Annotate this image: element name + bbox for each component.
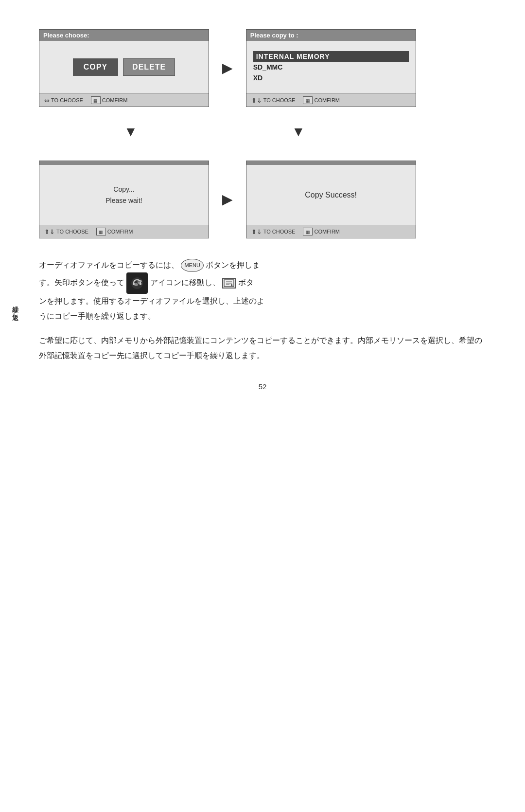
footer-wait-confirm-label: COMFIRM — [107, 229, 133, 235]
screen-success-footer: ⇑⇓ TO CHOOSE ▦ COMFIRM — [246, 225, 416, 238]
screen-choose-footer: ⇔ TO CHOOSE ▦ COMFIRM — [39, 93, 209, 107]
confirm2-icon: ▦ — [303, 96, 313, 104]
arrow-down-right: ▼ — [292, 124, 305, 140]
confirm3-icon: ▦ — [96, 228, 106, 235]
screen-copy-to-footer: ⇑⇓ TO CHOOSE ▦ COMFIRM — [246, 93, 416, 107]
footer-ud-icon: ⇑⇓ TO CHOOSE — [251, 97, 296, 104]
wait-text: Copy... Please wait! — [105, 184, 142, 206]
delete-button[interactable]: DELETE — [123, 58, 175, 76]
arrow-down-left: ▼ — [124, 124, 138, 140]
footer-confirm2-label: COMFIRM — [314, 97, 340, 103]
screen-choose: Please choose: COPY DELETE ⇔ TO CHOOSE ▦… — [39, 29, 209, 107]
svg-rect-7 — [140, 283, 141, 285]
copy-to-item-internal: INTERNAL MEMORY — [253, 51, 409, 62]
japanese-section: オーディオファイルをコピーするには、 MENU ボタンを押しま す。矢印ボタンを… — [39, 258, 486, 363]
screen-success: Copy Success! ⇑⇓ TO CHOOSE ▦ COMFIRM — [246, 161, 416, 238]
para1-part1: オーディオファイルをコピーするには、 — [39, 261, 179, 269]
japanese-para2: ご希望に応じて、内部メモリから外部記憶装置にコンテンツをコピーすることができます… — [39, 333, 486, 363]
footer-success-confirm-label: COMFIRM — [314, 229, 340, 235]
menu-icon: MENU — [181, 259, 203, 272]
screen-success-header — [246, 161, 416, 165]
footer-success-label: TO CHOOSE — [263, 229, 296, 235]
success-text: Copy Success! — [305, 189, 357, 201]
screen-copy-to: Please copy to : INTERNAL MEMORY SD_MMC … — [246, 29, 416, 107]
connector-area: ▼ ▼ — [39, 122, 403, 146]
copy-to-list: INTERNAL MEMORY SD_MMC XD — [253, 51, 409, 83]
screen-wait-header — [39, 161, 209, 165]
copy-to-item-sd: SD_MMC — [253, 62, 409, 72]
success-line1: Copy Success! — [305, 189, 357, 201]
footer-choose-icon: ⇔ TO CHOOSE — [44, 97, 83, 104]
footer-confirm-label: COMFIRM — [102, 97, 128, 103]
screen-success-content: Copy Success! — [246, 165, 416, 225]
screen-copy-to-header: Please copy to : — [246, 30, 416, 41]
arrow-right-top: ► — [219, 58, 236, 78]
svg-rect-6 — [133, 283, 135, 285]
para1-part3: す。矢印ボタンを使って — [39, 279, 124, 287]
ud-arrows2-icon: ⇑⇓ — [44, 228, 55, 235]
diagram-row-top: Please choose: COPY DELETE ⇔ TO CHOOSE ▦… — [39, 29, 486, 107]
footer-success-choose: ⇑⇓ TO CHOOSE — [251, 228, 296, 235]
footer-confirm-icon: ▦ COMFIRM — [91, 96, 128, 104]
sidebar-label: 繰り返し — [11, 302, 19, 316]
confirm-icon: ▦ — [91, 96, 101, 104]
menu-button-icon: MENU — [181, 259, 203, 272]
japanese-para1: オーディオファイルをコピーするには、 MENU ボタンを押しま す。矢印ボタンを… — [39, 258, 486, 324]
page-number: 52 — [39, 382, 486, 391]
copy-to-item-xd: XD — [253, 72, 409, 83]
lr-arrows-icon: ⇔ — [44, 97, 50, 104]
confirm-btn-icon — [222, 278, 236, 289]
screen-wait-content: Copy... Please wait! — [39, 165, 209, 225]
footer-choose-label: TO CHOOSE — [51, 97, 83, 103]
footer-wait-label: TO CHOOSE — [56, 229, 88, 235]
footer-wait-choose: ⇑⇓ TO CHOOSE — [44, 228, 88, 235]
wait-line1: Copy... — [105, 184, 142, 195]
footer-success-confirm: ▦ COMFIRM — [303, 228, 340, 235]
screen-wait: Copy... Please wait! ⇑⇓ TO CHOOSE ▦ COMF… — [39, 161, 209, 238]
screen-choose-content: COPY DELETE — [39, 41, 209, 93]
svg-point-1 — [134, 283, 138, 286]
arrow-right-bottom: ► — [219, 189, 236, 210]
footer-ud-label: TO CHOOSE — [263, 97, 296, 103]
diagrams-area: Please choose: COPY DELETE ⇔ TO CHOOSE ▦… — [39, 29, 486, 238]
para1-part2: ボタンを押しま — [206, 261, 260, 269]
screen-choose-header: Please choose: — [39, 30, 209, 41]
diagram-row-bottom: Copy... Please wait! ⇑⇓ TO CHOOSE ▦ COMF… — [39, 161, 486, 238]
para1-part5: ボタ — [238, 279, 254, 287]
screen-copy-to-content: INTERNAL MEMORY SD_MMC XD — [246, 41, 416, 93]
music-icon — [126, 272, 148, 294]
ud-arrows3-icon: ⇑⇓ — [251, 228, 262, 235]
para1-part7: うにコピー手順を繰り返します。 — [39, 312, 156, 320]
para1-part4: アイコンに移動し、 — [150, 279, 220, 287]
screen-wait-footer: ⇑⇓ TO CHOOSE ▦ COMFIRM — [39, 225, 209, 238]
confirm4-icon: ▦ — [303, 228, 313, 235]
choose-buttons: COPY DELETE — [73, 58, 175, 76]
copy-button[interactable]: COPY — [73, 58, 118, 76]
para1-part6: ンを押します。使用するオーディオファイルを選択し、上述のよ — [39, 297, 264, 305]
footer-confirm2-icon: ▦ COMFIRM — [303, 96, 340, 104]
footer-wait-confirm: ▦ COMFIRM — [96, 228, 133, 235]
ud-arrows-icon: ⇑⇓ — [251, 97, 262, 104]
wait-line2: Please wait! — [105, 195, 142, 206]
